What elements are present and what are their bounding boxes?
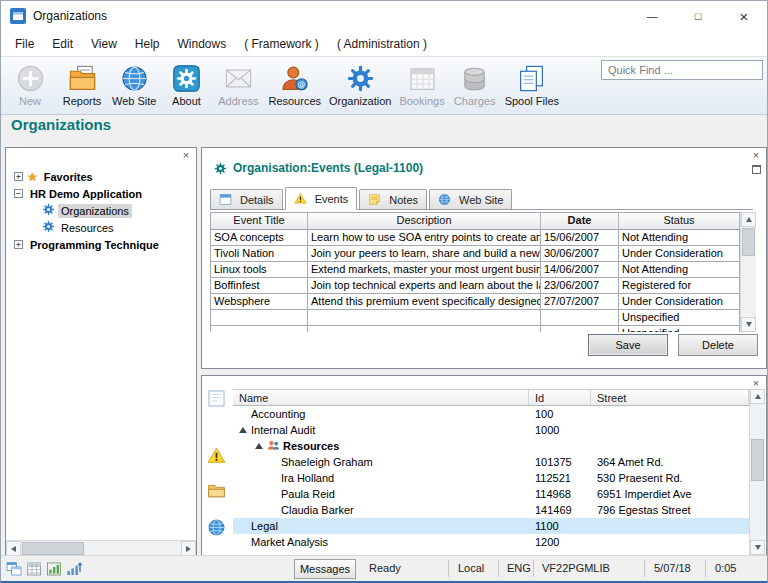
scroll-right-icon[interactable]	[181, 541, 196, 556]
scroll-down-icon[interactable]	[750, 540, 765, 555]
toolbar-resources[interactable]: @Resources	[264, 60, 325, 107]
browse-row-accounting[interactable]: Accounting100	[233, 406, 749, 422]
sort-icon[interactable]	[66, 561, 82, 577]
quick-find-input[interactable]	[601, 60, 763, 80]
tree-item-programming-technique[interactable]: +Programming Technique	[8, 236, 192, 253]
browse-panel: × NameIdStreetAccounting100Internal Audi…	[201, 375, 767, 557]
toolbar-label: About	[172, 95, 201, 107]
toolbar-web-site[interactable]: Web Site	[108, 60, 160, 107]
person-icon: @	[280, 64, 309, 93]
tab-notes[interactable]: Notes	[359, 189, 427, 209]
close-pane-icon[interactable]: ×	[750, 377, 762, 389]
scrollbar-thumb[interactable]	[742, 228, 755, 256]
messages-button[interactable]: Messages	[294, 559, 356, 579]
event-cell: Extend markets, master your most urgent …	[308, 262, 541, 278]
side-button-globe-icon[interactable]	[207, 518, 226, 541]
event-cell: Learn how to use SOA entry points to cre…	[308, 230, 541, 246]
menu-edit[interactable]: Edit	[43, 33, 82, 55]
column-header-description[interactable]: Description	[308, 213, 541, 230]
tree-item-resources[interactable]: Resources	[8, 219, 192, 236]
windows-icon[interactable]	[6, 561, 22, 577]
status-bar: Messages Ready Local ENG VF22PGMLIB 5/07…	[1, 555, 767, 581]
tree-item-organizations[interactable]: Organizations	[8, 202, 192, 219]
browse-row-paula-reid[interactable]: Paula Reid1149686951 Imperdiet Ave	[233, 486, 749, 502]
browse-row-legal[interactable]: Legal1100	[233, 518, 749, 534]
save-button[interactable]: Save	[588, 334, 668, 356]
column-header-date[interactable]: Date	[541, 213, 619, 230]
menu-administration[interactable]: ( Administration )	[328, 33, 436, 55]
chart-icon[interactable]	[46, 561, 62, 577]
event-row[interactable]: BoffinfestJoin top technical experts and…	[211, 278, 740, 294]
tab-events[interactable]: Events	[285, 187, 358, 210]
close-button[interactable]: ×	[721, 1, 767, 31]
expand-icon[interactable]: +	[14, 172, 23, 181]
grid-icon[interactable]	[26, 561, 42, 577]
browse-row-ira-holland[interactable]: Ira Holland112521530 Praesent Rd.	[233, 470, 749, 486]
tree-item-hr-demo-application[interactable]: −HR Demo Application	[8, 185, 192, 202]
close-pane-icon[interactable]: ×	[180, 149, 192, 161]
scrollbar-thumb[interactable]	[751, 439, 764, 481]
tab-web-site[interactable]: Web Site	[429, 189, 512, 209]
close-pane-icon[interactable]: ×	[750, 149, 762, 161]
side-button-form-icon[interactable]	[207, 389, 226, 412]
warning-icon	[294, 192, 307, 205]
toolbar-organization[interactable]: Organization	[325, 60, 395, 107]
event-row[interactable]: Linux toolsExtend markets, master your m…	[211, 262, 740, 278]
expand-icon[interactable]: +	[14, 240, 23, 249]
menu-view[interactable]: View	[82, 33, 126, 55]
side-button-warning-icon[interactable]	[207, 446, 226, 469]
column-header-status[interactable]: Status	[619, 213, 740, 230]
window-title: Organizations	[33, 9, 107, 23]
column-header-street[interactable]: Street	[591, 390, 749, 405]
menu-file[interactable]: File	[6, 33, 43, 55]
tree-horizontal-scrollbar[interactable]	[6, 540, 196, 556]
browse-name: Internal Audit	[251, 424, 315, 436]
column-header-name[interactable]: Name	[233, 390, 529, 405]
menu-help[interactable]: Help	[126, 33, 169, 55]
maximize-pane-icon[interactable]	[752, 165, 761, 174]
toolbar-reports[interactable]: Reports	[56, 60, 108, 107]
event-row[interactable]: Unspecified	[211, 326, 740, 332]
event-cell	[308, 310, 541, 326]
delete-button[interactable]: Delete	[678, 334, 758, 356]
collapse-icon[interactable]: −	[14, 189, 23, 198]
browse-id: 1100	[529, 518, 591, 534]
title-bar[interactable]: Organizations — □ ×	[1, 1, 767, 31]
browse-row-shaeleigh-graham[interactable]: Shaeleigh Graham101375364 Amet Rd.	[233, 454, 749, 470]
browse-row-claudia-barker[interactable]: Claudia Barker141469796 Egestas Street	[233, 502, 749, 518]
menu-windows[interactable]: Windows	[169, 33, 236, 55]
tab-details[interactable]: Details	[210, 189, 283, 209]
column-header-event-title[interactable]: Event Title	[211, 213, 308, 230]
browse-scrollbar[interactable]	[749, 389, 765, 555]
gear-icon	[42, 220, 55, 233]
toolbar-spool-files[interactable]: Spool Files	[501, 60, 563, 107]
browse-row-market-analysis[interactable]: Market Analysis1200	[233, 534, 749, 550]
minimize-button[interactable]: —	[629, 1, 675, 31]
event-row[interactable]: WebsphereAttend this premium event speci…	[211, 294, 740, 310]
menu-framework[interactable]: ( Framework )	[235, 33, 328, 55]
scroll-left-icon[interactable]	[6, 541, 21, 556]
tree-item-favorites[interactable]: +★Favorites	[8, 168, 192, 185]
scrollbar-thumb[interactable]	[22, 542, 84, 555]
scroll-up-icon[interactable]	[750, 389, 765, 404]
toolbar-about[interactable]: About	[160, 60, 212, 107]
event-row[interactable]: Unspecified	[211, 310, 740, 326]
expanded-icon[interactable]	[239, 427, 247, 433]
expanded-icon[interactable]	[255, 443, 263, 449]
side-button-folder-icon[interactable]	[207, 481, 226, 504]
globe-icon	[120, 64, 149, 93]
event-row[interactable]: SOA conceptsLearn how to use SOA entry p…	[211, 230, 740, 246]
gear-icon	[346, 64, 375, 93]
status-local: Local	[458, 562, 484, 574]
browse-name: Shaeleigh Graham	[281, 456, 373, 468]
events-scrollbar[interactable]	[740, 212, 756, 332]
maximize-button[interactable]: □	[675, 1, 721, 31]
browse-row-internal-audit[interactable]: Internal Audit1000	[233, 422, 749, 438]
browse-row-resources[interactable]: Resources	[233, 438, 749, 454]
scroll-up-icon[interactable]	[741, 212, 756, 227]
scroll-down-icon[interactable]	[741, 317, 756, 332]
gear-teal-icon	[214, 162, 227, 175]
column-header-id[interactable]: Id	[529, 390, 591, 405]
event-row[interactable]: Tivoli NationJoin your peers to learn, s…	[211, 246, 740, 262]
toolbar-bookings: Bookings	[395, 60, 448, 107]
